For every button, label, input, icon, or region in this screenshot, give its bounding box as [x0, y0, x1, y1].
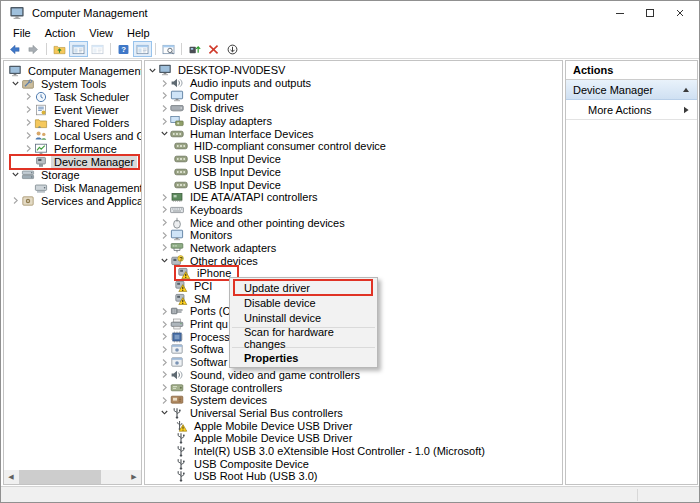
expander-collapsed-icon[interactable]	[159, 104, 170, 113]
expander-collapsed-icon[interactable]	[23, 131, 34, 140]
device-tree-item-usb-composite-device[interactable]: USB Composite Device	[145, 457, 562, 470]
expander-collapsed-icon[interactable]	[159, 332, 170, 341]
device-tree-item-computer[interactable]: Computer	[145, 89, 562, 102]
left-pane-hscrollbar[interactable]: ◀ ▶	[4, 470, 141, 484]
device-tree-item-usb-input-device[interactable]: USB Input Device	[145, 178, 562, 191]
expander-expanded-icon[interactable]	[10, 79, 21, 88]
expander-collapsed-icon[interactable]	[23, 105, 34, 114]
performance-icon	[34, 143, 48, 155]
toolbar: ?	[1, 40, 699, 59]
device-tree-item-usb-input-device[interactable]: USB Input Device	[145, 153, 562, 166]
close-button[interactable]	[665, 1, 695, 25]
up-one-level-button[interactable]	[50, 41, 69, 57]
expander-collapsed-icon[interactable]	[159, 193, 170, 202]
expander-collapsed-icon[interactable]	[159, 218, 170, 227]
console-tree-item-computer-management-local[interactable]: Computer Management (Local	[4, 64, 141, 77]
device-tree-item-sound-video-and-game-controllers[interactable]: Sound, video and game controllers	[145, 369, 562, 382]
device-tree-item-usb-root-hub-usb-3-0[interactable]: USB Root Hub (USB 3.0)	[145, 470, 562, 483]
device-tree-item-system-devices[interactable]: System devices	[145, 394, 562, 407]
expander-collapsed-icon[interactable]	[159, 320, 170, 329]
expander-expanded-icon[interactable]	[159, 129, 170, 138]
device-tree-item-universal-serial-bus-controllers[interactable]: Universal Serial Bus controllers	[145, 407, 562, 420]
actions-section-device-manager[interactable]: Device Manager	[566, 80, 697, 100]
expander-expanded-icon[interactable]	[159, 256, 170, 265]
more-actions-item[interactable]: More Actions	[566, 100, 697, 120]
console-tree-item-local-users-and-groups[interactable]: Local Users and Groups	[4, 129, 141, 142]
device-tree-item-hid-compliant-consumer-control-device[interactable]: HID-compliant consumer control device	[145, 140, 562, 153]
show-console-tree-toggle[interactable]	[69, 41, 88, 57]
expander-collapsed-icon[interactable]	[23, 92, 34, 101]
device-tree-item-ide-ata-atapi-controllers[interactable]: IDE ATA/ATAPI controllers	[145, 191, 562, 204]
expander-collapsed-icon[interactable]	[159, 358, 170, 367]
expander-collapsed-icon[interactable]	[159, 91, 170, 100]
minimize-button[interactable]	[605, 1, 635, 25]
back-button[interactable]	[5, 41, 24, 57]
console-window-button[interactable]	[159, 41, 178, 57]
update-driver-button[interactable]	[185, 41, 204, 57]
expander-collapsed-icon[interactable]	[159, 307, 170, 316]
console-tree-item-task-scheduler[interactable]: Task Scheduler	[4, 90, 141, 103]
disable-device-button[interactable]	[223, 41, 242, 57]
expander-expanded-icon[interactable]	[10, 170, 21, 179]
titlebar[interactable]: Computer Management	[1, 1, 699, 25]
expander-collapsed-icon[interactable]	[159, 345, 170, 354]
device-tree-item-monitors[interactable]: Monitors	[145, 229, 562, 242]
usb-icon	[174, 432, 188, 444]
device-tree-item-human-interface-devices[interactable]: Human Interface Devices	[145, 127, 562, 140]
console-tree-item-disk-management[interactable]: Disk Management	[4, 181, 141, 194]
device-tree-item-display-adapters[interactable]: Display adapters	[145, 115, 562, 128]
expander-expanded-icon[interactable]	[147, 66, 158, 75]
device-tree-item-network-adapters[interactable]: Network adapters	[145, 242, 562, 255]
console-tree-item-device-manager[interactable]: Device Manager	[4, 155, 141, 168]
context-menu-item-properties[interactable]: Properties	[230, 350, 377, 365]
expander-expanded-icon[interactable]	[159, 408, 170, 417]
audio-icon	[170, 77, 184, 89]
expander-collapsed-icon[interactable]	[159, 370, 170, 379]
expander-collapsed-icon[interactable]	[23, 118, 34, 127]
expander-collapsed-icon[interactable]	[159, 231, 170, 240]
context-menu-item-uninstall-device[interactable]: Uninstall device	[230, 310, 377, 325]
menu-action[interactable]: Action	[38, 25, 83, 40]
device-tree-item-storage-controllers[interactable]: Storage controllers	[145, 381, 562, 394]
expander-collapsed-icon[interactable]	[159, 243, 170, 252]
device-tree-item-keyboards[interactable]: Keyboards	[145, 204, 562, 217]
disk-management-icon	[34, 182, 48, 194]
menu-file[interactable]: File	[6, 25, 38, 40]
scrollbar-thumb[interactable]	[19, 470, 101, 484]
console-tree-item-system-tools[interactable]: System Tools	[4, 77, 141, 90]
menu-help[interactable]: Help	[120, 25, 157, 40]
expander-collapsed-icon[interactable]	[159, 383, 170, 392]
context-menu-item-scan-for-hardware-changes[interactable]: Scan for hardware changes	[230, 330, 377, 345]
expander-collapsed-icon[interactable]	[10, 196, 21, 205]
device-tree-item-apple-mobile-device-usb-driver[interactable]: Apple Mobile Device USB Driver	[145, 432, 562, 445]
device-tree-item-audio-inputs-and-outputs[interactable]: Audio inputs and outputs	[145, 77, 562, 90]
console-tree-item-storage[interactable]: Storage	[4, 168, 141, 181]
maximize-button[interactable]	[635, 1, 665, 25]
expander-collapsed-icon[interactable]	[23, 144, 34, 153]
expander-collapsed-icon[interactable]	[159, 205, 170, 214]
expander-collapsed-icon[interactable]	[159, 79, 170, 88]
expander-collapsed-icon[interactable]	[159, 117, 170, 126]
expander-collapsed-icon[interactable]	[159, 396, 170, 405]
device-tree-item-disk-drives[interactable]: Disk drives	[145, 102, 562, 115]
scroll-right-arrow[interactable]: ▶	[127, 470, 141, 484]
forward-button[interactable]	[24, 41, 43, 57]
device-tree-item-label: Monitors	[187, 229, 235, 241]
device-tree-item-mice-and-other-pointing-devices[interactable]: Mice and other pointing devices	[145, 216, 562, 229]
console-tree-item-services-and-applications[interactable]: Services and Applications	[4, 194, 141, 207]
console-tree-item-event-viewer[interactable]: Event Viewer	[4, 103, 141, 116]
help-button[interactable]: ?	[114, 41, 133, 57]
show-action-pane-toggle[interactable]	[133, 41, 152, 57]
device-tree-item-desktop-nv0desv[interactable]: DESKTOP-NV0DESV	[145, 64, 562, 77]
console-tree-item-performance[interactable]: Performance	[4, 142, 141, 155]
context-menu-item-update-driver[interactable]: Update driver	[230, 280, 377, 295]
scroll-left-arrow[interactable]: ◀	[4, 470, 18, 484]
device-tree-item-intel-r-usb-3-0-extensible-host-controller[interactable]: Intel(R) USB 3.0 eXtensible Host Control…	[145, 445, 562, 458]
collapse-section-icon[interactable]	[682, 86, 690, 94]
menu-view[interactable]: View	[82, 25, 120, 40]
device-tree-item-usb-input-device[interactable]: USB Input Device	[145, 166, 562, 179]
device-tree-item-apple-mobile-device-usb-driver[interactable]: Apple Mobile Device USB Driver	[145, 419, 562, 432]
context-menu-item-disable-device[interactable]: Disable device	[230, 295, 377, 310]
uninstall-device-button[interactable]	[204, 41, 223, 57]
console-tree-item-shared-folders[interactable]: Shared Folders	[4, 116, 141, 129]
